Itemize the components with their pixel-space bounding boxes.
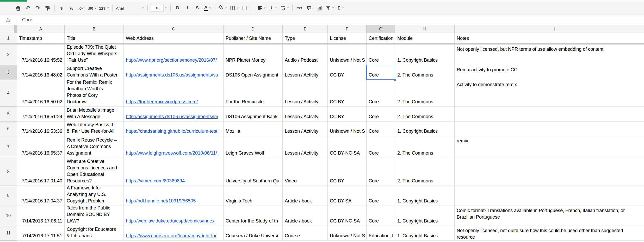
cell-A2[interactable]: 7/14/2016 16:45:52 [17,44,65,65]
column-header-H[interactable]: H [395,25,455,33]
cell-D6[interactable]: Mozilla [224,122,283,136]
cell-E9[interactable]: Article / book [283,186,328,206]
column-header-G[interactable]: G [367,25,395,33]
cell-A5[interactable]: 7/14/2016 16:51:24 [17,107,65,122]
fill-handle[interactable] [394,79,396,81]
cell-I8[interactable] [455,158,644,186]
column-header-C[interactable]: C [124,25,224,33]
cell-A6[interactable]: 7/14/2016 16:53:36 [17,122,65,136]
cell-D9[interactable]: Virginia Tech [224,186,283,206]
cell-I7[interactable]: remix [455,136,644,158]
cell-B11[interactable]: Copyright for Educators & Librarians [65,226,124,241]
cell-H11[interactable]: 1. Copyright Basics [395,226,455,241]
column-header-F[interactable]: F [328,25,367,33]
cell-I1[interactable]: Notes [455,33,644,43]
cell-B3[interactable]: Support Creative Commons With a Poster [65,65,124,80]
row-header-7[interactable]: 7 [0,136,17,158]
cell-C10[interactable]: http://web.law.duke.edu/cspd/comics/inde… [124,206,224,226]
cell-G1[interactable]: Certification [367,33,395,43]
cell-D10[interactable]: Center for the Study of th [224,206,283,226]
cell-D2[interactable]: NPR Planet Money [224,44,283,65]
row-header-8[interactable]: 8 [0,158,17,186]
cell-C3[interactable]: http://assignments.ds106.us/assignments/… [124,65,224,80]
cell-H4[interactable]: 2. The Commons [395,80,455,107]
text-wrap-button[interactable] [279,3,290,13]
cell-C1[interactable]: Web Address [124,33,224,43]
cell-F4[interactable]: CC BY [328,80,367,107]
cell-D5[interactable]: DS106 Assignment Bank [224,107,283,122]
cell-I10[interactable]: Comic format- Translations available in … [455,206,644,226]
row-header-6[interactable]: 6 [0,122,17,136]
cell-E7[interactable]: Lesson / Activity [283,136,328,158]
number-format-menu[interactable]: 123 [97,3,110,13]
font-family-select[interactable]: Arial [114,3,146,13]
cell-link[interactable]: https://chadsansing.github.io/curriculum… [126,128,217,135]
cell-A9[interactable]: 7/14/2016 17:04:37 [17,186,65,206]
cell-link[interactable]: http://web.law.duke.edu/cspd/comics/inde… [126,218,214,224]
filter-button[interactable] [324,3,336,13]
cell-H1[interactable]: Module [395,33,455,43]
cell-C4[interactable]: https://fortheremix.wordpress.com/ [124,80,224,107]
cell-B10[interactable]: Tales from the Public Domain: BOUND BY L… [65,206,124,226]
cell-C2[interactable]: http://www.npr.org/sections/money/2016/0… [124,44,224,65]
row-header-1[interactable]: 1 [0,33,17,43]
cell-G3[interactable]: Core [367,65,395,80]
column-header-I[interactable]: I [455,25,644,33]
font-size-select[interactable]: 10 [150,3,169,13]
cell-F3[interactable]: CC BY [328,65,367,80]
cell-D8[interactable]: University of Southern Qu [224,158,283,186]
cell-E2[interactable]: Audio / Podcast [283,44,328,65]
column-header-D[interactable]: D [224,25,283,33]
column-header-E[interactable]: E [283,25,328,33]
cell-E3[interactable]: Lesson / Activity [283,65,328,80]
cell-E4[interactable]: Lesson / Activity [283,80,328,107]
cell-G6[interactable]: Core [367,122,395,136]
column-header-A[interactable]: A [17,25,65,33]
cell-H2[interactable]: 1. Copyright Basics [395,44,455,65]
cell-D4[interactable]: For the Remix site [224,80,283,107]
cell-E10[interactable]: Article / book [283,206,328,226]
cell-C11[interactable]: https://www.coursera.org/learn/copyright… [124,226,224,241]
cell-H7[interactable]: 2. The Commons [395,136,455,158]
insert-comment-button[interactable] [304,3,314,13]
cell-D1[interactable]: Publisher / Site Name [224,33,283,43]
cell-G11[interactable]: Education, L [367,226,395,241]
cell-link[interactable]: https://www.coursera.org/learn/copyright… [126,233,216,239]
cell-A7[interactable]: 7/14/2016 16:55:37 [17,136,65,158]
cell-G4[interactable]: Core [367,80,395,107]
cell-G10[interactable]: Core [367,206,395,226]
cell-B5[interactable]: Brian Metcalfe's Image With A Message [65,107,124,122]
cell-G8[interactable]: Core [367,158,395,186]
cell-link[interactable]: https://fortheremix.wordpress.com/ [126,99,198,105]
cell-G5[interactable]: Core [367,107,395,122]
cell-link[interactable]: http://assignments.ds106.us/assignments/… [126,72,218,78]
cell-I5[interactable] [455,107,644,122]
cell-E11[interactable]: Course [283,226,328,241]
cell-H3[interactable]: 2. The Commons [395,65,455,80]
format-currency-button[interactable]: $ [57,3,66,13]
cell-A11[interactable]: 7/14/2016 17:11:51 [17,226,65,241]
strikethrough-button[interactable]: S [192,3,202,13]
frozen-column-divider[interactable] [14,25,17,33]
column-header-B[interactable]: B [65,25,124,33]
cell-I9[interactable] [455,186,644,206]
cell-B4[interactable]: For the Remix: Remix Jonathan Worth's Ph… [65,80,124,107]
fill-color-button[interactable] [217,3,228,13]
row-header-5[interactable]: 5 [0,107,17,122]
cell-H10[interactable]: 1. Copyright Basics [395,206,455,226]
cell-F6[interactable]: Unknown / Not S [328,122,367,136]
cell-F2[interactable]: Unknown / Not S [328,44,367,65]
cell-D7[interactable]: Leigh Graves Wolf [224,136,283,158]
insert-link-button[interactable] [294,3,304,13]
cell-F7[interactable]: CC BY-NC-SA [328,136,367,158]
formula-input[interactable]: Core [16,17,644,23]
cell-B8[interactable]: What are Creative Commons Licences and O… [65,158,124,186]
cell-H6[interactable]: 1. Copyright Basics [395,122,455,136]
row-header-10[interactable]: 10 [0,206,17,226]
vertical-align-button[interactable] [267,3,279,13]
cell-C9[interactable]: http://hdl.handle.net/10919/56505 [124,186,224,206]
horizontal-align-button[interactable] [256,3,267,13]
cell-C5[interactable]: http://assignments.ds106.us/assignments/… [124,107,224,122]
cell-link[interactable]: http://www.leighgraveswolf.com/2010/06/1… [126,150,217,156]
cell-link[interactable]: http://www.npr.org/sections/money/2016/0… [126,57,217,63]
